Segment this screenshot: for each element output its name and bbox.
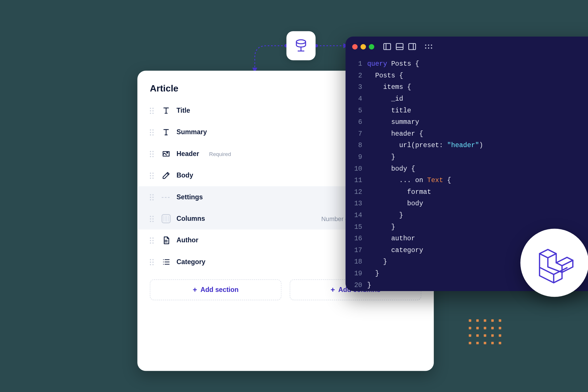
- code-content[interactable]: query Posts { Posts { items { _id title …: [367, 58, 483, 291]
- svg-rect-10: [409, 44, 416, 50]
- database-icon: [293, 38, 309, 54]
- drag-handle-icon[interactable]: [150, 194, 156, 200]
- field-label: Category: [177, 258, 206, 266]
- image-icon: [162, 149, 171, 159]
- drag-handle-icon[interactable]: [150, 216, 156, 222]
- edit-icon: [162, 171, 171, 180]
- field-label: Settings: [177, 193, 203, 201]
- laravel-icon: [534, 242, 575, 284]
- field-label: Header: [177, 150, 199, 157]
- close-icon[interactable]: [352, 44, 358, 49]
- add-section-button[interactable]: + Add section: [150, 279, 281, 300]
- drag-handle-icon[interactable]: [150, 259, 156, 265]
- text-icon: [162, 128, 171, 137]
- maximize-icon[interactable]: [369, 44, 374, 49]
- line-gutter: 1234567891011121314151617181920: [352, 58, 367, 291]
- required-badge: Required: [209, 151, 231, 157]
- field-label: Author: [177, 237, 198, 244]
- text-icon: [162, 106, 171, 115]
- list-icon: [162, 258, 171, 267]
- field-label: Title: [177, 107, 190, 114]
- field-label: Columns: [177, 215, 205, 223]
- dash-icon: ---: [162, 192, 171, 202]
- svg-rect-8: [396, 44, 403, 50]
- svg-rect-6: [384, 44, 391, 50]
- panel-left-icon[interactable]: [383, 42, 392, 51]
- field-label: Summary: [177, 128, 207, 136]
- minimize-icon[interactable]: [361, 44, 366, 49]
- document-icon: [162, 236, 171, 245]
- plus-icon: +: [193, 286, 197, 294]
- code-titlebar[interactable]: [346, 37, 588, 57]
- decorative-dot-grid: [469, 319, 502, 345]
- add-section-label: Add section: [200, 286, 239, 294]
- columns-icon: [162, 214, 171, 223]
- drag-handle-icon[interactable]: [150, 108, 156, 114]
- svg-point-3: [296, 40, 305, 44]
- drag-handle-icon[interactable]: [150, 151, 156, 157]
- drag-handle-icon[interactable]: [150, 237, 156, 243]
- plus-icon: +: [330, 286, 335, 294]
- database-badge: [287, 31, 316, 61]
- panel-right-icon[interactable]: [408, 42, 417, 51]
- panel-bottom-icon[interactable]: [395, 42, 404, 51]
- laravel-badge: [521, 229, 588, 297]
- drag-handle-icon[interactable]: [425, 42, 434, 51]
- window-controls[interactable]: [352, 44, 374, 49]
- svg-point-2: [167, 152, 168, 153]
- drag-handle-icon[interactable]: [150, 129, 156, 135]
- drag-handle-icon[interactable]: [150, 173, 156, 178]
- field-label: Body: [177, 172, 193, 179]
